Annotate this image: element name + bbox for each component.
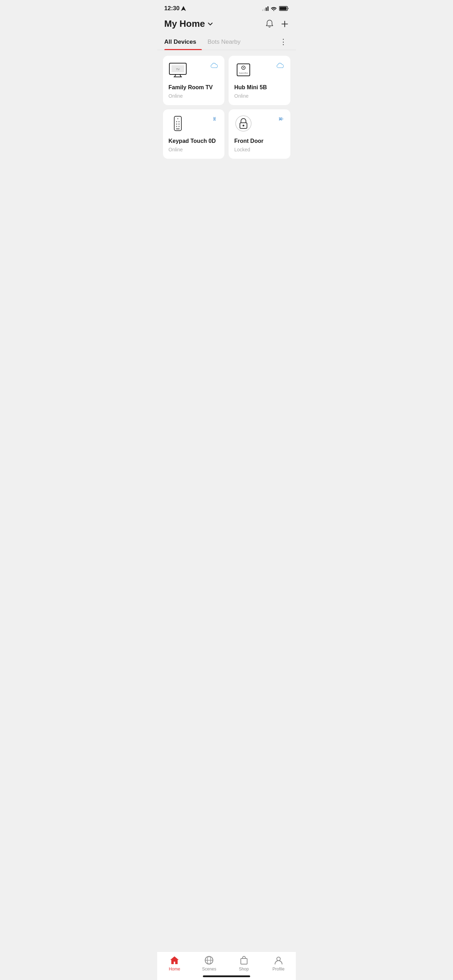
signal-icon: [262, 6, 269, 11]
svg-text:SwitchBot: SwitchBot: [239, 72, 248, 74]
battery-icon: [279, 6, 289, 11]
status-icons: [262, 6, 289, 11]
svg-rect-17: [176, 124, 177, 124]
time-display: 12:30: [164, 5, 180, 12]
bluetooth-icon: [210, 116, 219, 122]
svg-point-22: [236, 116, 251, 131]
devices-grid: TV Family Room TV Online SwitchBot: [157, 50, 296, 159]
chevron-down-icon: [207, 21, 213, 27]
svg-rect-19: [176, 126, 177, 127]
plus-icon: [280, 20, 289, 28]
svg-text:TV: TV: [176, 68, 180, 71]
svg-rect-20: [178, 126, 179, 127]
tab-all-devices[interactable]: All Devices: [164, 34, 202, 50]
svg-point-0: [273, 10, 274, 11]
device-name-hub-mini-5b: Hub Mini 5B: [234, 84, 285, 91]
device-status-front-door: Locked: [234, 147, 285, 153]
tab-bots-nearby[interactable]: Bots Nearby: [207, 34, 246, 50]
tv-icon: TV: [168, 62, 187, 78]
device-name-keypad-touch-0d: Keypad Touch 0D: [168, 138, 219, 145]
status-time: 12:30: [164, 5, 186, 12]
device-card-family-room-tv[interactable]: TV Family Room TV Online: [163, 56, 225, 105]
svg-rect-15: [176, 121, 177, 122]
tabs-container: All Devices Bots Nearby ⋮: [157, 34, 296, 50]
home-title-text: My Home: [164, 18, 205, 29]
svg-line-6: [180, 75, 181, 77]
device-card-front-door[interactable]: Front Door Locked: [229, 109, 290, 159]
wifi-icon: [270, 6, 277, 11]
device-status-hub-mini-5b: Online: [234, 93, 285, 99]
svg-line-5: [175, 75, 176, 77]
svg-rect-2: [280, 7, 286, 10]
svg-rect-16: [178, 121, 179, 122]
cloud-icon-2: [276, 62, 285, 68]
home-title[interactable]: My Home: [164, 18, 214, 29]
device-status-family-room-tv: Online: [168, 93, 219, 99]
main-content: TV Family Room TV Online SwitchBot: [157, 50, 296, 262]
status-bar: 12:30: [157, 0, 296, 15]
device-card-hub-mini-5b[interactable]: SwitchBot Hub Mini 5B Online: [229, 56, 290, 105]
svg-point-11: [243, 67, 244, 68]
remote-icon: [168, 116, 187, 131]
svg-point-14: [177, 118, 178, 119]
device-name-family-room-tv: Family Room TV: [168, 84, 219, 91]
location-arrow-icon: [181, 6, 186, 11]
cloud-icon: [210, 62, 219, 68]
header: My Home: [157, 15, 296, 34]
notification-button[interactable]: [265, 19, 274, 29]
lock-icon: [235, 115, 252, 132]
device-status-keypad-touch-0d: Online: [168, 147, 219, 153]
bell-icon: [265, 19, 274, 29]
hub-icon: SwitchBot: [234, 62, 253, 78]
bluetooth-wave-icon: [276, 116, 285, 122]
svg-rect-21: [176, 129, 179, 129]
lock-icon-wrapper: [234, 116, 253, 131]
svg-point-24: [243, 125, 245, 127]
svg-rect-18: [178, 124, 179, 124]
add-button[interactable]: [280, 20, 289, 28]
device-name-front-door: Front Door: [234, 138, 285, 145]
header-actions: [265, 19, 289, 29]
tabs: All Devices Bots Nearby: [164, 34, 278, 50]
tabs-more-button[interactable]: ⋮: [278, 37, 289, 47]
device-card-keypad-touch-0d[interactable]: Keypad Touch 0D Online: [163, 109, 225, 159]
